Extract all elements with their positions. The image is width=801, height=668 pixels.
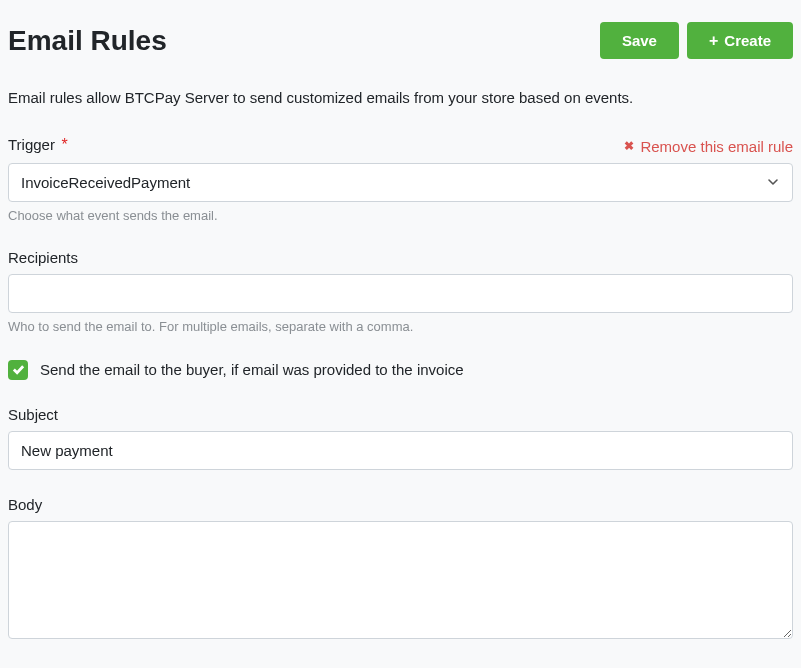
body-label: Body [8, 496, 793, 513]
header-actions: Save + Create [600, 22, 793, 59]
check-icon [12, 363, 25, 376]
send-to-buyer-label[interactable]: Send the email to the buyer, if email wa… [40, 361, 464, 378]
recipients-input[interactable] [8, 274, 793, 313]
save-button[interactable]: Save [600, 22, 679, 59]
recipients-help: Who to send the email to. For multiple e… [8, 319, 793, 334]
body-textarea[interactable] [8, 521, 793, 639]
trigger-select[interactable]: InvoiceReceivedPayment [8, 163, 793, 202]
page-description: Email rules allow BTCPay Server to send … [8, 89, 793, 106]
close-icon: ✖ [624, 140, 634, 152]
trigger-label: Trigger [8, 136, 55, 153]
required-mark: * [61, 136, 67, 153]
recipients-label: Recipients [8, 249, 793, 266]
save-button-label: Save [622, 32, 657, 49]
remove-rule-label: Remove this email rule [640, 138, 793, 155]
subject-label: Subject [8, 406, 793, 423]
remove-rule-link[interactable]: ✖ Remove this email rule [624, 138, 793, 155]
subject-input[interactable] [8, 431, 793, 470]
trigger-help: Choose what event sends the email. [8, 208, 793, 223]
create-button[interactable]: + Create [687, 22, 793, 59]
plus-icon: + [709, 33, 718, 49]
create-button-label: Create [724, 32, 771, 49]
send-to-buyer-checkbox[interactable] [8, 360, 28, 380]
page-title: Email Rules [8, 25, 167, 57]
